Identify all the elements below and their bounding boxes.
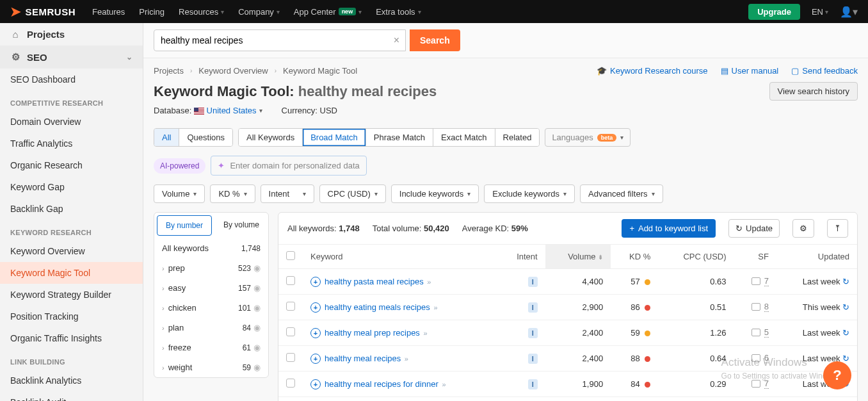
link-manual[interactable]: ▤User manual <box>721 66 779 76</box>
tab-by-volume[interactable]: By volume <box>214 213 268 238</box>
group-prep[interactable]: ›prep523 ◉ <box>154 258 268 278</box>
sidebar-keyword-gap[interactable]: Keyword Gap <box>0 176 143 198</box>
th-updated[interactable]: Updated <box>776 245 857 269</box>
tab-all-keywords[interactable]: All Keywords <box>239 129 303 146</box>
sidebar-domain-overview[interactable]: Domain Overview <box>0 111 143 133</box>
th-volume[interactable]: Volume ⇟ <box>545 245 611 269</box>
breadcrumb-keyword-overview[interactable]: Keyword Overview <box>198 66 268 76</box>
add-keyword-icon[interactable]: + <box>310 302 321 313</box>
tab-phrase-match[interactable]: Phrase Match <box>366 129 433 146</box>
group-plan[interactable]: ›plan84 ◉ <box>154 318 268 338</box>
expand-icon[interactable]: » <box>433 304 437 311</box>
row-checkbox[interactable] <box>286 276 295 285</box>
nav-extratools[interactable]: Extra tools▾ <box>376 7 421 17</box>
keyword-link[interactable]: healthy eating meals recipes <box>325 302 430 312</box>
sidebar-organic-traffic[interactable]: Organic Traffic Insights <box>0 327 143 349</box>
expand-icon[interactable]: » <box>442 381 446 388</box>
group-easy[interactable]: ›easy157 ◉ <box>154 278 268 298</box>
settings-button[interactable]: ⚙ <box>792 219 814 238</box>
sidebar-organic-research[interactable]: Organic Research <box>0 154 143 176</box>
link-feedback[interactable]: ▢Send feedback <box>791 66 858 76</box>
export-button[interactable]: ⤒ <box>827 219 848 238</box>
th-keyword[interactable]: Keyword <box>303 245 498 269</box>
refresh-icon[interactable]: ↻ <box>842 328 849 338</box>
filter-include[interactable]: Include keywords▾ <box>391 184 479 203</box>
sidebar-keyword-magic[interactable]: Keyword Magic Tool <box>0 262 143 284</box>
filter-volume[interactable]: Volume▾ <box>154 184 205 203</box>
row-checkbox[interactable] <box>286 327 295 336</box>
language-filter[interactable]: Languagesbeta▾ <box>545 128 631 147</box>
cell-kd: 85 <box>611 397 658 402</box>
tab-questions[interactable]: Questions <box>179 129 232 146</box>
group-chicken[interactable]: ›chicken101 ◉ <box>154 298 268 318</box>
search-input[interactable] <box>154 29 406 51</box>
group-weight[interactable]: ›weight59 ◉ <box>154 357 268 377</box>
add-keyword-icon[interactable]: + <box>310 328 321 338</box>
tab-exact-match[interactable]: Exact Match <box>433 129 495 146</box>
add-keyword-icon[interactable]: + <box>310 354 321 364</box>
filter-cpc[interactable]: CPC (USD)▾ <box>319 184 386 203</box>
th-intent[interactable]: Intent <box>498 245 545 269</box>
sidebar-keyword-overview[interactable]: Keyword Overview <box>0 240 143 262</box>
row-checkbox[interactable] <box>286 353 295 362</box>
sidebar-projects[interactable]: ⌂Projects <box>0 23 143 45</box>
keyword-link[interactable]: healthy meal recipes for dinner <box>325 379 438 389</box>
database-selector[interactable]: Database: United States ▾ <box>154 106 262 115</box>
group-freeze[interactable]: ›freeze61 ◉ <box>154 338 268 357</box>
refresh-icon[interactable]: ↻ <box>842 277 849 286</box>
nav-pricing[interactable]: Pricing <box>139 7 165 17</box>
chevron-right-icon: › <box>162 364 165 372</box>
keyword-link[interactable]: healthy pasta meal recipes <box>325 277 424 286</box>
search-button[interactable]: Search <box>410 29 460 51</box>
row-checkbox[interactable] <box>286 379 295 388</box>
ai-domain-input[interactable]: ✦Enter domain for personalized data <box>211 156 366 176</box>
group-all-keywords[interactable]: All keywords 1,748 <box>154 238 268 258</box>
filter-intent[interactable]: Intent▾ <box>261 184 314 203</box>
row-checkbox[interactable] <box>286 302 295 311</box>
keyword-link[interactable]: healthy meal prep recipes <box>325 328 420 338</box>
update-button[interactable]: ↻Update <box>728 219 780 238</box>
th-sf[interactable]: SF <box>734 245 776 269</box>
nav-company[interactable]: Company▾ <box>238 7 280 17</box>
link-course[interactable]: 🎓Keyword Research course <box>597 66 707 76</box>
language-selector[interactable]: EN▾ <box>812 7 828 17</box>
view-history-button[interactable]: View search history <box>769 82 858 101</box>
filter-exclude[interactable]: Exclude keywords▾ <box>484 184 575 203</box>
sidebar-seo[interactable]: ⚙SEO⌄ <box>0 45 143 69</box>
nav-features[interactable]: Features <box>92 7 125 17</box>
sidebar-position-tracking[interactable]: Position Tracking <box>0 306 143 327</box>
add-keyword-icon[interactable]: + <box>310 379 321 389</box>
sidebar-backlink-audit[interactable]: Backlink Audit <box>0 391 143 401</box>
sidebar-backlink-analytics[interactable]: Backlink Analytics <box>0 370 143 391</box>
tab-all[interactable]: All <box>154 129 179 146</box>
filter-advanced[interactable]: Advanced filters▾ <box>580 184 663 203</box>
nav-appcenter[interactable]: App Centernew▾ <box>294 7 362 17</box>
nav-resources[interactable]: Resources▾ <box>179 7 224 17</box>
th-kd[interactable]: KD % <box>611 245 658 269</box>
sidebar-backlink-gap[interactable]: Backlink Gap <box>0 198 143 220</box>
help-button[interactable]: ? <box>823 361 851 389</box>
tab-broad-match[interactable]: Broad Match <box>303 129 366 146</box>
tab-by-number[interactable]: By number <box>157 215 212 236</box>
add-keyword-icon[interactable]: + <box>310 277 321 287</box>
th-cpc[interactable]: CPC (USD) <box>658 245 734 269</box>
keyword-link[interactable]: healthy meal recipes <box>325 354 401 363</box>
expand-icon[interactable]: » <box>405 355 408 363</box>
refresh-icon[interactable]: ↻ <box>842 302 849 312</box>
expand-icon[interactable]: » <box>423 329 427 337</box>
sidebar-seo-dashboard[interactable]: SEO Dashboard <box>0 69 143 90</box>
sidebar-traffic-analytics[interactable]: Traffic Analytics <box>0 133 143 154</box>
add-to-list-button[interactable]: +Add to keyword list <box>622 219 716 238</box>
brand-logo[interactable]: ➤ SEMRUSH <box>10 5 76 18</box>
tab-related[interactable]: Related <box>495 129 540 146</box>
select-all-checkbox[interactable] <box>286 251 295 260</box>
refresh-icon[interactable]: ↻ <box>842 354 849 363</box>
upgrade-button[interactable]: Upgrade <box>748 4 800 20</box>
user-menu[interactable]: 👤▾ <box>840 6 858 18</box>
breadcrumb-projects[interactable]: Projects <box>154 66 184 76</box>
expand-icon[interactable]: » <box>427 278 431 286</box>
sidebar-keyword-strategy[interactable]: Keyword Strategy Builder <box>0 284 143 306</box>
clear-icon[interactable]: × <box>394 35 399 46</box>
filter-kd[interactable]: KD %▾ <box>210 184 255 203</box>
breadcrumb-keyword-magic[interactable]: Keyword Magic Tool <box>283 66 357 76</box>
